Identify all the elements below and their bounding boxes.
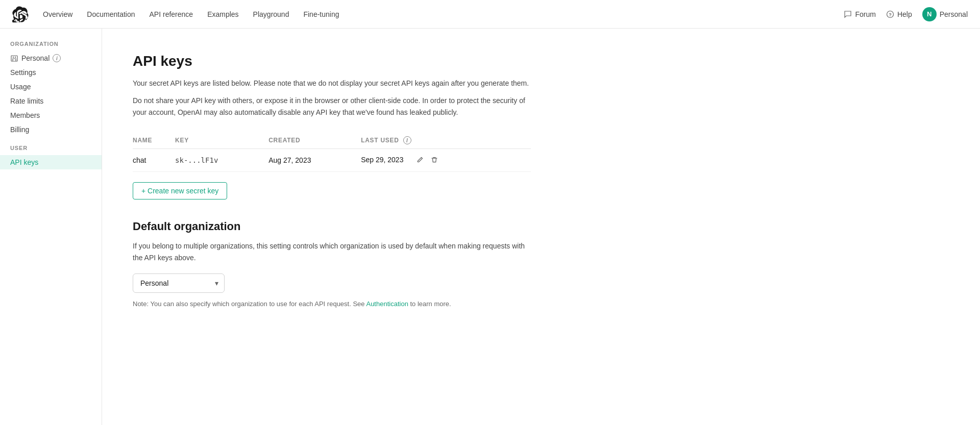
last-used-info-icon: i: [403, 136, 411, 144]
building-icon: [10, 54, 18, 62]
page-title: API keys: [133, 53, 531, 69]
svg-rect-4: [15, 57, 16, 58]
sidebar-item-api-keys[interactable]: API keys: [0, 155, 102, 169]
forum-icon: [844, 10, 852, 18]
svg-text:?: ?: [889, 12, 892, 17]
col-last-used: LAST USED i: [361, 132, 531, 149]
svg-rect-5: [432, 158, 437, 159]
nav-playground[interactable]: Playground: [253, 10, 289, 18]
page-layout: ORGANIZATION Personal i Settings Usage R…: [0, 29, 980, 425]
org-note: Note: You can also specify which organiz…: [133, 300, 531, 308]
key-name-cell: chat: [133, 149, 175, 172]
top-navigation: Overview Documentation API reference Exa…: [0, 0, 980, 29]
description-1: Your secret API keys are listed below. P…: [133, 78, 531, 89]
sidebar-item-settings[interactable]: Settings: [0, 65, 102, 80]
default-org-desc: If you belong to multiple organizations,…: [133, 240, 531, 263]
main-content: API keys Your secret API keys are listed…: [102, 29, 561, 425]
nav-overview[interactable]: Overview: [43, 10, 72, 18]
description-2: Do not share your API key with others, o…: [133, 95, 531, 118]
top-right-actions: Forum ? Help N Personal: [844, 7, 968, 21]
sidebar: ORGANIZATION Personal i Settings Usage R…: [0, 29, 102, 425]
sidebar-item-billing[interactable]: Billing: [0, 122, 102, 137]
nav-examples[interactable]: Examples: [207, 10, 238, 18]
openai-logo: [12, 6, 29, 22]
col-name: NAME: [133, 132, 175, 149]
org-select[interactable]: Personal: [133, 273, 225, 293]
sidebar-user-label: USER: [0, 145, 102, 155]
nav-api-reference[interactable]: API reference: [150, 10, 193, 18]
nav-links: Overview Documentation API reference Exa…: [43, 10, 844, 18]
authentication-link[interactable]: Authentication: [366, 300, 408, 308]
default-org-title: Default organization: [133, 220, 531, 233]
delete-key-button[interactable]: [430, 155, 439, 165]
sidebar-item-rate-limits[interactable]: Rate limits: [0, 94, 102, 108]
create-secret-key-button[interactable]: + Create new secret key: [133, 182, 227, 199]
nav-documentation[interactable]: Documentation: [87, 10, 135, 18]
sidebar-item-members[interactable]: Members: [0, 108, 102, 122]
sidebar-org-name: Personal i: [0, 51, 102, 65]
col-key: KEY: [175, 132, 268, 149]
table-row: chat sk-...lF1v Aug 27, 2023 Sep 29, 202…: [133, 149, 531, 172]
avatar: N: [922, 7, 937, 21]
api-keys-table: NAME KEY CREATED LAST USED i chat sk-...…: [133, 132, 531, 172]
sidebar-user-section: USER API keys: [0, 145, 102, 169]
help-icon: ?: [886, 10, 894, 18]
col-created: CREATED: [268, 132, 361, 149]
sidebar-org-label: ORGANIZATION: [0, 41, 102, 51]
user-menu[interactable]: N Personal: [922, 7, 968, 21]
help-link[interactable]: ? Help: [886, 10, 912, 18]
svg-rect-3: [13, 57, 14, 58]
nav-fine-tuning[interactable]: Fine-tuning: [303, 10, 339, 18]
org-select-wrapper: Personal ▾: [133, 273, 225, 293]
org-info-icon: i: [53, 54, 61, 62]
key-last-used-cell: Sep 29, 2023: [361, 149, 531, 172]
forum-link[interactable]: Forum: [844, 10, 875, 18]
key-created-cell: Aug 27, 2023: [268, 149, 361, 172]
sidebar-org-section: ORGANIZATION Personal i Settings Usage R…: [0, 41, 102, 137]
sidebar-item-usage[interactable]: Usage: [0, 80, 102, 94]
key-value-cell: sk-...lF1v: [175, 149, 268, 172]
edit-key-button[interactable]: [415, 155, 425, 165]
